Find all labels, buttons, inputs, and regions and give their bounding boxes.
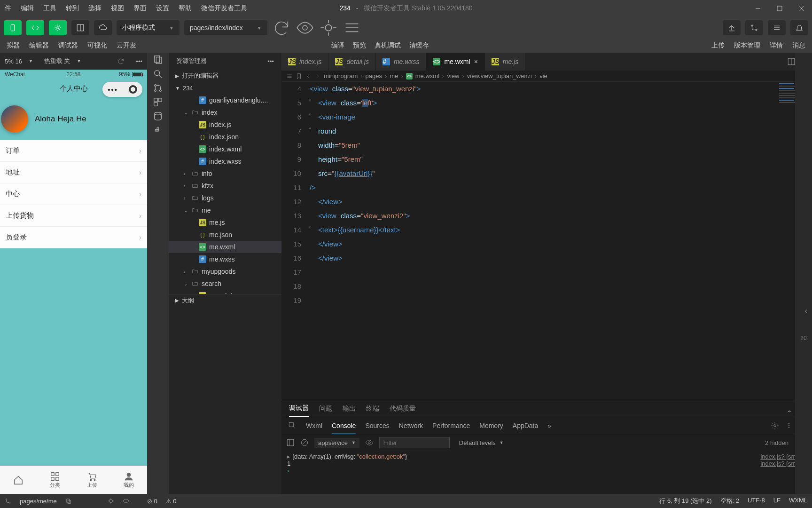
folder-node[interactable]: ›info [169,167,281,180]
editor-tab[interactable]: JSindex.js [281,53,328,71]
tab-appdata[interactable]: AppData [513,422,538,429]
file-node[interactable]: JSme.js [169,216,281,229]
maximize-button[interactable] [769,0,790,17]
close-icon[interactable]: × [474,58,478,65]
cursor-position[interactable]: 行 6, 列 19 (选中 2) [659,497,711,505]
eye-icon[interactable] [123,498,129,504]
eye-icon[interactable] [365,438,374,447]
outline-section[interactable]: ▶大纲 [169,294,281,306]
list-item[interactable]: 中心› [0,183,147,205]
crumb[interactable]: view.view_tupian_wenzi [467,72,532,79]
zoom-label[interactable]: 5% 16 [5,58,22,65]
close-button[interactable] [790,0,812,17]
sidebar-icon[interactable] [286,438,295,447]
tab-code-quality[interactable]: 代码质量 [390,405,416,417]
debugger-toggle[interactable] [49,20,67,35]
menu-item[interactable]: 设置 [151,4,174,13]
docker-icon[interactable] [153,125,163,135]
folder-node[interactable]: ⌄me [169,204,281,216]
eol-setting[interactable]: LF [773,497,781,505]
copy-icon[interactable] [65,498,72,504]
tab-console[interactable]: Console [332,422,356,434]
file-node[interactable]: #index.wxss [169,155,281,167]
list-item[interactable]: 订单› [0,140,147,162]
file-node[interactable]: JSindex.js [169,119,281,131]
crumb[interactable]: pages [366,72,382,79]
filter-input[interactable] [379,437,450,448]
fold-icon[interactable]: ⌄ [308,223,312,229]
editor-tab[interactable]: JSdetail.js [328,53,375,71]
tab-category[interactable]: 分类 [37,466,73,494]
tab-network[interactable]: Network [399,422,423,429]
tab-memory[interactable]: Memory [479,422,503,429]
menu-item[interactable]: 件 [0,4,16,13]
language-mode[interactable]: WXML [789,497,807,505]
gear-icon[interactable] [771,421,779,430]
folder-node[interactable]: ›logs [169,192,281,204]
file-node[interactable]: #me.wxss [169,253,281,265]
console-output[interactable]: ▸ {data: Array(1), errMsg: "collection.g… [281,451,812,494]
files-icon[interactable] [153,55,163,65]
preview-button[interactable] [296,20,314,36]
hidden-messages[interactable]: 2 hidden [765,439,789,446]
crumb[interactable]: me.wxml [415,72,439,79]
details-button[interactable] [768,20,786,35]
version-button[interactable] [745,20,763,35]
tab-performance[interactable]: Performance [432,422,470,429]
more-tabs[interactable]: » [547,422,551,429]
compile-mode-dropdown[interactable]: 小程序模式▼ [117,20,180,35]
page-path-dropdown[interactable]: pages/index/index▼ [184,20,267,35]
tab-wxml[interactable]: Wxml [306,422,322,429]
minimize-button[interactable] [747,0,769,17]
warnings[interactable]: ⚠ 0 [166,498,177,505]
fold-icon[interactable]: ⌄ [308,96,312,102]
fold-icon[interactable]: ⌄ [308,110,312,116]
indent-setting[interactable]: 空格: 2 [720,497,739,505]
file-node[interactable]: { }me.json [169,229,281,241]
file-node[interactable]: JSsearch.js [169,290,281,294]
more-icon[interactable]: ••• [267,58,274,65]
tab-upload[interactable]: 上传 [74,466,110,494]
folder-node[interactable]: ⌄index [169,106,281,119]
list-item[interactable]: 上传货物› [0,205,147,227]
tab-debugger[interactable]: 调试器 [289,404,309,417]
crumb[interactable]: me [390,72,398,79]
list-icon[interactable] [286,73,293,79]
capsule-button[interactable]: ••• [102,82,142,97]
folder-node[interactable]: ⌄search [169,278,281,290]
clear-cache-button[interactable] [343,20,361,36]
hot-reload-toggle[interactable]: 热重载 关 [44,57,70,65]
crumb[interactable]: vie [539,72,547,79]
file-node[interactable]: #guanliyuandenglu.... [169,94,281,106]
bookmark-icon[interactable] [296,73,302,79]
database-icon[interactable] [153,111,163,121]
simulator-toggle[interactable] [4,20,22,35]
more-icon[interactable]: ••• [136,58,142,65]
split-icon[interactable] [787,57,796,66]
remote-debug-button[interactable] [319,20,338,36]
tab-terminal[interactable]: 终端 [366,405,379,417]
crumb[interactable]: view [447,72,459,79]
file-node[interactable]: { }index.json [169,131,281,143]
tab-me[interactable]: 我的 [110,466,147,494]
tab-sources[interactable]: Sources [365,422,389,429]
branch-icon[interactable] [5,498,11,504]
project-root[interactable]: ▼234 [169,82,281,94]
git-icon[interactable] [153,83,163,93]
refresh-icon[interactable] [117,57,125,65]
branch-label[interactable]: pages/me/me [20,498,57,505]
menu-item[interactable]: 选择 [84,4,106,13]
chevron-left-icon[interactable]: ‹ [805,307,807,315]
menu-item[interactable]: 帮助 [174,4,196,13]
refresh-button[interactable] [272,20,291,36]
cloud-dev-button[interactable] [94,20,112,35]
menu-item[interactable]: 转到 [61,4,84,13]
menu-item[interactable]: 工具 [39,4,61,13]
editor-tab[interactable]: JSme.js [485,53,525,71]
list-item[interactable]: 地址› [0,162,147,183]
menu-item[interactable]: 界面 [129,4,151,13]
menu-item[interactable]: 微信开发者工具 [196,4,252,13]
back-icon[interactable] [305,73,312,79]
tab-home[interactable] [0,466,37,494]
errors[interactable]: ⊘ 0 [147,498,157,505]
